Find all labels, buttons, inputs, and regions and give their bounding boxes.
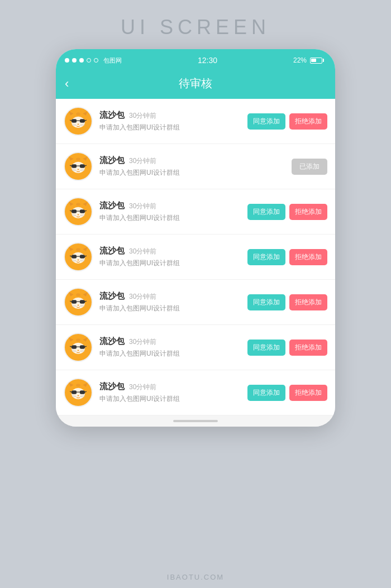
reject-button[interactable]: 拒绝添加 xyxy=(289,340,327,356)
svg-rect-80 xyxy=(80,300,85,303)
accept-button[interactable]: 同意添加 xyxy=(247,340,285,356)
svg-point-30 xyxy=(78,169,79,170)
list-item: 流沙包30分钟前申请加入包图网UI设计群组同意添加拒绝添加 xyxy=(56,99,335,144)
item-actions: 同意添加拒绝添加 xyxy=(247,385,327,401)
header: ‹ 待审核 xyxy=(56,70,335,99)
carrier-name: 包图网 xyxy=(103,56,122,65)
svg-rect-7 xyxy=(71,119,77,122)
svg-rect-26 xyxy=(80,164,85,168)
avatar xyxy=(64,333,93,362)
svg-rect-8 xyxy=(80,119,85,122)
svg-point-89 xyxy=(76,293,80,297)
accept-button[interactable]: 同意添加 xyxy=(247,294,285,310)
reject-button[interactable]: 拒绝添加 xyxy=(289,385,327,401)
battery-icon xyxy=(310,58,324,64)
svg-line-83 xyxy=(85,301,87,302)
item-desc: 申请加入包图网UI设计群组 xyxy=(99,213,241,223)
item-name-row: 流沙包30分钟前 xyxy=(99,336,241,347)
item-info: 流沙包30分钟前申请加入包图网UI设计群组 xyxy=(99,155,285,178)
svg-point-53 xyxy=(76,203,80,206)
list-item: 流沙包30分钟前申请加入包图网UI设计群组已添加 xyxy=(56,144,335,189)
item-info: 流沙包30分钟前申请加入包图网UI设计群组 xyxy=(99,381,241,404)
header-title: 待审核 xyxy=(179,76,212,91)
list-item: 流沙包30分钟前申请加入包图网UI设计群组同意添加拒绝添加 xyxy=(56,280,335,325)
accept-button[interactable]: 同意添加 xyxy=(247,249,285,265)
item-name: 流沙包 xyxy=(99,336,125,347)
item-name-row: 流沙包30分钟前 xyxy=(99,200,241,211)
item-desc: 申请加入包图网UI设计群组 xyxy=(99,304,241,313)
svg-line-64 xyxy=(70,256,71,256)
svg-line-47 xyxy=(85,211,87,211)
dot-3 xyxy=(79,58,84,63)
avatar xyxy=(64,197,93,226)
svg-point-84 xyxy=(78,305,79,306)
item-name-row: 流沙包30分钟前 xyxy=(99,291,241,302)
accept-button[interactable]: 同意添加 xyxy=(247,385,285,401)
svg-rect-97 xyxy=(71,345,77,348)
item-name: 流沙包 xyxy=(99,246,125,256)
footer-watermark: IBAOTU.COM xyxy=(167,573,224,581)
svg-line-65 xyxy=(85,256,87,256)
item-desc: 申请加入包图网UI设计群组 xyxy=(99,168,285,178)
home-indicator xyxy=(173,420,218,422)
item-info: 流沙包30分钟前申请加入包图网UI设计群组 xyxy=(99,291,241,313)
reject-button[interactable]: 拒绝添加 xyxy=(289,113,327,130)
reject-button[interactable]: 拒绝添加 xyxy=(289,204,327,220)
item-time: 30分钟前 xyxy=(129,247,156,256)
item-name: 流沙包 xyxy=(99,381,125,392)
svg-rect-116 xyxy=(80,390,85,394)
svg-rect-44 xyxy=(80,209,85,213)
svg-point-66 xyxy=(78,260,79,261)
list-item: 流沙包30分钟前申请加入包图网UI设计群组同意添加拒绝添加 xyxy=(56,235,335,280)
item-actions: 同意添加拒绝添加 xyxy=(247,204,327,220)
item-time: 30分钟前 xyxy=(129,292,156,302)
svg-rect-115 xyxy=(71,390,77,394)
item-time: 30分钟前 xyxy=(129,111,156,121)
item-desc: 申请加入包图网UI设计群组 xyxy=(99,259,241,268)
svg-point-120 xyxy=(78,395,79,396)
item-time: 30分钟前 xyxy=(129,202,156,211)
reject-button[interactable]: 拒绝添加 xyxy=(289,249,327,265)
status-right: 22% xyxy=(293,56,324,64)
item-name-row: 流沙包30分钟前 xyxy=(99,110,241,121)
dot-4 xyxy=(87,58,91,63)
svg-line-119 xyxy=(85,391,87,392)
avatar xyxy=(64,288,93,317)
svg-rect-43 xyxy=(71,209,77,213)
pending-list: 流沙包30分钟前申请加入包图网UI设计群组同意添加拒绝添加 xyxy=(56,99,335,415)
item-desc: 申请加入包图网UI设计群组 xyxy=(99,394,241,404)
svg-point-102 xyxy=(78,350,79,351)
svg-line-29 xyxy=(85,165,87,166)
avatar xyxy=(64,107,93,136)
svg-line-28 xyxy=(70,165,71,166)
reject-button[interactable]: 拒绝添加 xyxy=(289,294,327,310)
item-name: 流沙包 xyxy=(99,110,125,121)
item-actions: 同意添加拒绝添加 xyxy=(247,294,327,310)
battery-percent: 22% xyxy=(293,56,307,64)
svg-line-82 xyxy=(70,301,71,302)
svg-line-100 xyxy=(70,346,71,347)
back-button[interactable]: ‹ xyxy=(65,78,69,90)
item-info: 流沙包30分钟前申请加入包图网UI设计群组 xyxy=(99,246,241,268)
item-name-row: 流沙包30分钟前 xyxy=(99,246,241,256)
already-added-button: 已添加 xyxy=(292,159,327,175)
item-name-row: 流沙包30分钟前 xyxy=(99,381,241,392)
item-actions: 同意添加拒绝添加 xyxy=(247,340,327,356)
svg-rect-79 xyxy=(71,300,77,303)
signal-dots: 包图网 xyxy=(65,56,122,65)
svg-line-46 xyxy=(70,211,71,211)
status-bar: 包图网 12:30 22% xyxy=(56,49,335,70)
svg-point-125 xyxy=(76,384,80,387)
item-info: 流沙包30分钟前申请加入包图网UI设计群组 xyxy=(99,110,241,132)
avatar xyxy=(64,152,93,181)
avatar xyxy=(64,242,93,271)
accept-button[interactable]: 同意添加 xyxy=(247,204,285,220)
svg-line-101 xyxy=(85,346,87,347)
status-time: 12:30 xyxy=(198,56,217,65)
svg-rect-62 xyxy=(80,255,85,258)
accept-button[interactable]: 同意添加 xyxy=(247,113,285,130)
svg-point-35 xyxy=(76,157,80,161)
item-desc: 申请加入包图网UI设计群组 xyxy=(99,123,241,132)
item-time: 30分钟前 xyxy=(129,383,156,392)
svg-rect-25 xyxy=(71,164,77,168)
